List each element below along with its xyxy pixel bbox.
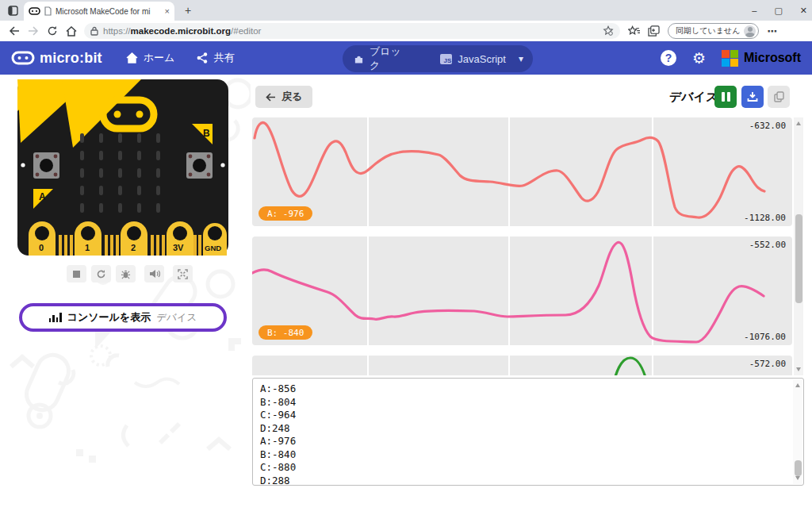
chart-a-min: -1128.00 [744, 213, 786, 223]
restart-button[interactable] [91, 265, 111, 283]
chart-a-max: -632.00 [749, 121, 786, 131]
share-icon [197, 52, 208, 63]
page-lock-icon [90, 26, 98, 36]
window-maximize-button[interactable]: ▢ [774, 6, 782, 16]
share-menu-label: 共有 [213, 51, 234, 65]
show-console-context: デバイス [156, 311, 197, 325]
chart-c-max: -572.00 [749, 359, 786, 369]
chevron-down-icon[interactable]: ▾ [517, 53, 533, 64]
favorites-icon[interactable] [628, 25, 640, 37]
back-arrow-icon [266, 93, 276, 102]
chart-c-line [611, 358, 650, 375]
editor-toggle: ブロック JS JavaScript ▾ [343, 45, 533, 72]
brand-name: micro:bit [40, 50, 102, 67]
tab-blocks-label: ブロック [370, 44, 408, 73]
browser-window: Microsoft MakeCode for mi × + – ▢ ✕ http… [0, 0, 812, 519]
home-icon[interactable] [62, 22, 81, 40]
settings-gear-icon[interactable]: ⚙ [692, 49, 706, 67]
pin-3v: 3V [173, 243, 184, 252]
menu-share[interactable]: 共有 [197, 51, 234, 65]
tab-title: Microsoft MakeCode for mi [56, 7, 161, 16]
pin-gnd: GND [205, 244, 221, 252]
browser-toolbar: https://makecode.microbit.org/#editor 同期… [0, 21, 812, 41]
browser-tabstrip: Microsoft MakeCode for mi × + – ▢ ✕ [0, 0, 812, 21]
tab-javascript[interactable]: JS JavaScript [429, 45, 517, 72]
console-output-box[interactable]: A:-856 B:-804 C:-964 D:248 A:-976 B:-840… [252, 378, 804, 486]
microsoft-label: Microsoft [744, 51, 801, 65]
console-output-text: A:-856 B:-804 C:-964 D:248 A:-976 B:-840… [260, 383, 796, 487]
simulator-controls [67, 265, 193, 283]
chart-c: -572.00 [252, 356, 792, 375]
new-tab-button[interactable]: + [181, 3, 195, 17]
pause-button[interactable] [714, 86, 737, 108]
show-console-button[interactable]: コンソールを表示 デバイス [19, 303, 227, 332]
scrollbar-thumb[interactable] [795, 214, 802, 303]
tab-javascript-label: JavaScript [458, 53, 506, 65]
tab-blocks[interactable]: ブロック [343, 45, 419, 72]
copy-button[interactable] [768, 86, 790, 108]
charts-scrollbar[interactable] [794, 117, 803, 375]
tab-close-icon[interactable]: × [165, 6, 170, 16]
download-button[interactable] [741, 86, 764, 108]
url-text: https://makecode.microbit.org/#editor [103, 26, 261, 36]
show-console-label: コンソールを表示 [67, 310, 151, 325]
browser-essentials-icon[interactable] [603, 25, 614, 37]
scroll-down-icon[interactable] [796, 367, 801, 371]
chart-a: -632.00 -1128.00 A: -976 [252, 117, 792, 226]
device-label: デバイス [669, 90, 718, 105]
console-scrollbar[interactable] [793, 379, 802, 484]
label-a: A [39, 191, 46, 202]
chart-b-badge: B: -840 [259, 325, 312, 340]
microbit-board[interactable]: A B [17, 79, 228, 256]
download-icon [747, 91, 758, 102]
stop-button[interactable] [67, 265, 86, 283]
collections-icon[interactable] [648, 25, 660, 37]
window-close-button[interactable]: ✕ [800, 6, 807, 16]
back-button-label: 戻る [282, 90, 302, 104]
back-nav-icon[interactable] [5, 22, 24, 40]
home-menu-label: ホーム [144, 51, 175, 65]
avatar [744, 25, 756, 37]
copy-icon [774, 91, 784, 102]
microsoft-logo-icon [722, 50, 738, 67]
refresh-icon[interactable] [43, 22, 62, 40]
chart-b-max: -552.00 [749, 240, 786, 250]
menu-home[interactable]: ホーム [126, 51, 175, 65]
pause-icon [722, 92, 730, 102]
label-b: B [203, 128, 210, 139]
more-menu-icon[interactable]: ⋯ [767, 25, 777, 37]
chart-a-badge: A: -976 [259, 206, 312, 221]
sound-button[interactable] [144, 265, 164, 283]
browser-tab-active[interactable]: Microsoft MakeCode for mi × [24, 2, 174, 21]
debug-bug-button[interactable] [116, 265, 136, 283]
chart-b: -552.00 -1076.00 B: -840 [252, 236, 792, 345]
document-icon [44, 6, 52, 16]
tab-actions-icon[interactable] [6, 4, 20, 17]
console-scrollbar-thumb[interactable] [795, 460, 802, 476]
microbit-logo[interactable]: micro:bit [11, 50, 102, 67]
profile-sync-button[interactable]: 同期していません [668, 23, 759, 39]
fullscreen-button[interactable] [173, 265, 193, 283]
window-minimize-button[interactable]: – [752, 6, 756, 15]
microbit-favicon [29, 7, 40, 15]
help-button[interactable]: ? [661, 50, 676, 66]
back-button[interactable]: 戻る [255, 86, 312, 108]
chart-b-line [252, 242, 764, 342]
address-bar[interactable]: https://makecode.microbit.org/#editor [84, 23, 620, 39]
javascript-icon: JS [440, 54, 452, 64]
bar-chart-icon [49, 313, 62, 322]
chart-b-min: -1076.00 [744, 332, 786, 342]
forward-nav-icon[interactable] [24, 22, 43, 40]
pin-0: 0 [39, 243, 44, 252]
microsoft-logo[interactable]: Microsoft [722, 50, 801, 67]
console-scroll-down-icon[interactable] [795, 476, 800, 480]
console-scroll-up-icon[interactable] [795, 383, 800, 387]
pin-1: 1 [85, 243, 90, 252]
pin-2: 2 [131, 243, 136, 252]
home-menu-icon [126, 52, 138, 63]
microbit-logo-icon [11, 51, 35, 65]
scroll-up-icon[interactable] [796, 121, 801, 125]
profile-sync-label: 同期していません [676, 25, 740, 37]
blocks-puzzle-icon [354, 54, 364, 64]
